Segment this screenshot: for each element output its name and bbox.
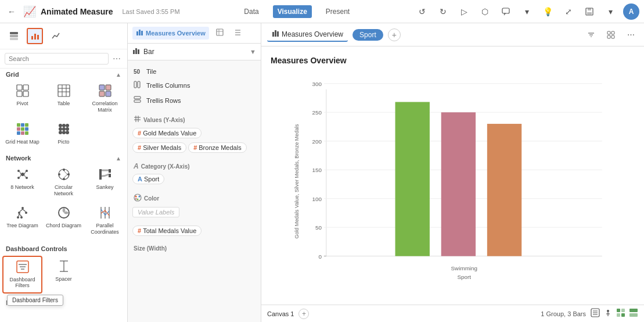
status-icons [591, 308, 638, 319]
sidebar-layers-icon[interactable] [6, 28, 22, 44]
x-axis-title: A Category (X-Axis) [132, 160, 256, 173]
chart-item-correlation[interactable]: Correlation Matrix [85, 80, 125, 117]
sport-x-pill[interactable]: A Sport [132, 174, 164, 184]
silver-medals-pill[interactable]: # Silver Medals [132, 142, 186, 153]
bookmark-icon[interactable]: ⬡ [477, 3, 493, 20]
network-chevron-icon[interactable]: ▲ [116, 155, 121, 162]
value-labels-pill[interactable]: Value Labels [132, 207, 179, 217]
chart-item-sankey[interactable]: Sankey [85, 164, 125, 201]
svg-rect-19 [99, 85, 105, 90]
picto-icon [57, 123, 70, 138]
back-button[interactable]: ← [5, 5, 19, 19]
chart-item-table[interactable]: Table [44, 80, 84, 117]
svg-point-64 [20, 216, 23, 219]
sidebar-chart-icon[interactable] [27, 28, 43, 44]
search-input[interactable] [5, 53, 109, 65]
redo-button[interactable]: ↻ [435, 3, 451, 20]
svg-rect-92 [134, 81, 136, 88]
grid-chart-grid: Pivot Table Correlation Matrix [0, 79, 127, 152]
add-chip-button[interactable]: + [388, 28, 401, 41]
grid-chevron-icon[interactable]: ▲ [116, 71, 121, 78]
y-axis-label-text: Values (Y-Axis) [143, 117, 185, 123]
canvas-label: Canvas 1 [267, 310, 294, 317]
bronze-bar[interactable] [487, 124, 521, 256]
comment-icon[interactable] [498, 3, 514, 20]
total-medals-pill[interactable]: # Total Medals Value [132, 226, 202, 236]
svg-point-41 [21, 173, 24, 176]
svg-text:200: 200 [312, 138, 322, 145]
x-axis-pills: A Sport [132, 173, 256, 185]
silver-bar[interactable] [441, 112, 476, 256]
status-icon-1[interactable] [591, 308, 600, 319]
svg-rect-25 [25, 123, 28, 127]
dashboard-filters-tooltip: Dashboard Filters [7, 295, 63, 306]
undo-button[interactable]: ↺ [414, 3, 430, 20]
circular-label: Circular Network [45, 184, 82, 197]
center-tab-overview-icon [136, 28, 143, 38]
spacer-item[interactable]: Spacer [44, 256, 84, 294]
canvas-add-button[interactable]: + [298, 309, 309, 319]
dashboard-filters-icon [16, 260, 29, 276]
tab-icon [272, 30, 279, 39]
network-section-header: Network ▲ [0, 152, 127, 163]
color-section: Color Value Labels [128, 189, 261, 222]
center-tab-overview[interactable]: Measures Overview [132, 27, 209, 40]
nav-data[interactable]: Data [239, 5, 263, 18]
grid-label: Grid [6, 71, 19, 78]
chart-item-network[interactable]: 8 Network [2, 164, 42, 201]
measures-overview-tab[interactable]: Measures Overview [267, 28, 348, 42]
right-content: Measures Overview Sport + ⋯ Measures Ove… [261, 23, 644, 322]
svg-text:Sport: Sport [457, 274, 471, 280]
top-bar: ← 📈 Animated Measure Last Saved 3:55 PM … [0, 0, 644, 23]
chart-item-pivot[interactable]: Pivot [2, 80, 42, 117]
status-icon-3[interactable] [616, 308, 625, 319]
chart-item-chord[interactable]: Chord Diagram [44, 202, 84, 239]
bulb-icon[interactable]: 💡 [539, 3, 556, 20]
search-more-button[interactable]: ⋯ [111, 53, 123, 65]
center-tab-3[interactable] [231, 27, 245, 40]
sport-chip[interactable]: Sport [352, 29, 383, 41]
save-dropdown-icon[interactable]: ▾ [602, 3, 618, 20]
chart-type-arrow-icon[interactable]: ▼ [250, 48, 256, 55]
network-chart-grid: 8 Network Circular Network Sankey [0, 163, 127, 242]
viz-tile-item[interactable]: 50 Tile [128, 65, 261, 78]
color-label-text: Color [144, 195, 159, 202]
gold-bar[interactable] [395, 102, 430, 256]
svg-rect-20 [106, 85, 111, 90]
play-button[interactable]: ▷ [456, 3, 472, 20]
svg-rect-13 [23, 91, 28, 96]
parallel-icon [99, 206, 111, 221]
color-palette-icon [134, 194, 142, 203]
save-icon[interactable] [581, 3, 598, 20]
viz-trellis-rows-item[interactable]: Trellis Rows [128, 93, 261, 108]
svg-rect-21 [99, 91, 105, 96]
more-options-btn[interactable]: ⋯ [623, 27, 638, 42]
expand-icon[interactable]: ⤢ [560, 3, 577, 20]
sidebar-trend-icon[interactable] [48, 28, 64, 44]
chart-item-circular[interactable]: Circular Network [44, 164, 84, 201]
canvas-tab[interactable]: Canvas 1 [267, 310, 294, 317]
center-tab-2[interactable] [213, 27, 227, 40]
chart-type-selector[interactable]: Bar ▼ [128, 44, 261, 60]
status-icon-4[interactable] [629, 308, 638, 319]
chart-item-parallel[interactable]: Parallel Coordinates [85, 202, 125, 239]
bronze-medals-pill[interactable]: # Bronze Medals [188, 142, 247, 153]
dashboard-filters-item[interactable]: Dashboard Filters [2, 256, 42, 294]
chart-item-picto[interactable]: Picto [44, 119, 84, 149]
chart-item-gridheatmap[interactable]: Grid Heat Map [2, 119, 42, 149]
nav-visualize[interactable]: Visualize [273, 5, 312, 18]
nav-present[interactable]: Present [321, 5, 354, 18]
status-icon-2[interactable] [603, 308, 613, 319]
grid-options-btn[interactable] [603, 27, 618, 42]
user-avatar[interactable]: A [623, 3, 639, 20]
svg-point-61 [18, 212, 20, 214]
svg-rect-29 [17, 131, 20, 135]
dropdown-icon[interactable]: ▾ [519, 3, 535, 20]
svg-line-46 [20, 171, 21, 174]
chart-item-tree[interactable]: Tree Diagram [2, 202, 42, 239]
filter-icon-btn[interactable] [584, 27, 599, 42]
viz-trellis-cols-item[interactable]: Trellis Columns [128, 78, 261, 93]
gold-medals-pill[interactable]: # Gold Medals Value [132, 128, 202, 138]
chart-area: Measures Overview Gold Medals Value, Sil… [261, 46, 644, 305]
size-label-text: Size (Width) [134, 245, 167, 252]
